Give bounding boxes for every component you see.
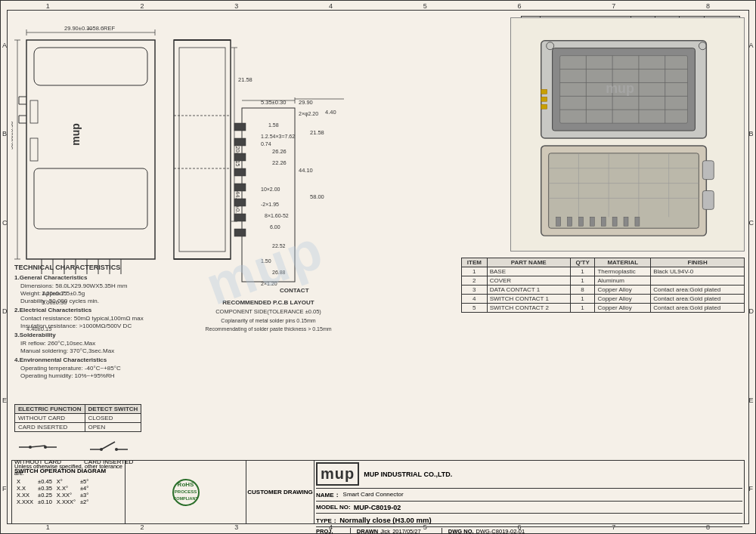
svg-rect-50 xyxy=(234,138,246,146)
side-labels-right: A B C D E F xyxy=(749,1,754,533)
grid-numbers-top: 1 2 3 4 5 6 7 8 xyxy=(1,2,755,10)
bom-row-4: 4 SWITCH CONTACT 1 1 Copper Alloy Contac… xyxy=(462,295,745,304)
main-container: mup 1 2 3 4 5 6 7 8 1 2 3 4 5 6 7 8 A B … xyxy=(0,0,756,534)
type-row: TYPE： Normally close (H3.00 mm) xyxy=(316,514,742,527)
svg-text:5.35±0.30: 5.35±0.30 xyxy=(261,99,286,106)
drawn-row: DRAWN Jick 2017/05/27 xyxy=(357,528,437,534)
svg-rect-32 xyxy=(174,40,231,259)
rohs-badge: RoHSPROCESSCOMPLIANT xyxy=(172,479,200,506)
drawn-checked-approval: DRAWN Jick 2017/05/27 CHECKED Keey 2017/… xyxy=(357,528,442,534)
dwg-sheet-rev: DWG NO. DWG-C8019-02-01 SHEET 1/1 REVISI… xyxy=(448,528,525,534)
svg-point-120 xyxy=(29,446,32,449)
svg-rect-100 xyxy=(556,217,561,226)
section2-header: 2.Electrical Characteristics xyxy=(14,307,249,313)
svg-rect-115 xyxy=(702,161,714,180)
bom-table: ITEM PART NAME Q'TY MATERIAL FINISH 1 BA… xyxy=(461,258,745,313)
svg-text:4.40: 4.40 xyxy=(325,109,336,116)
svg-text:2×1.20: 2×1.20 xyxy=(261,281,277,286)
company-name: MUP INDUSTRIAL CO.,LTD. xyxy=(364,471,452,478)
svg-text:21.58: 21.58 xyxy=(310,129,324,136)
rohs-logo-section: RoHSPROCESSCOMPLIANT xyxy=(125,461,246,523)
svg-text:26.26: 26.26 xyxy=(272,148,287,155)
tolerance-note: Unless otherwise specified, other tolera… xyxy=(14,463,122,477)
side-labels-left: A B C D E F xyxy=(2,1,8,533)
svg-text:22.52: 22.52 xyxy=(272,243,286,248)
svg-rect-49 xyxy=(234,123,246,131)
svg-text:44.10: 44.10 xyxy=(299,167,313,174)
name-label: NAME： xyxy=(316,491,340,499)
drawn-name: Jick xyxy=(380,528,390,534)
svg-rect-104 xyxy=(601,217,606,226)
weight-line: Weight: Approx7.5±0.5g xyxy=(14,290,249,297)
bom-section: ITEM PART NAME Q'TY MATERIAL FINISH 1 BA… xyxy=(461,258,745,313)
tolerance-table: X ±0.45 X° ±5° X.X ±0.35 X.X° ±4° X.XX ±… xyxy=(14,478,91,505)
svg-rect-52 xyxy=(234,168,246,176)
svg-text:1.2.54×3=7.62: 1.2.54×3=7.62 xyxy=(261,134,295,139)
svg-text:26.88: 26.88 xyxy=(272,270,286,275)
svg-point-121 xyxy=(44,446,47,449)
svg-text:1.58: 1.58 xyxy=(268,122,279,128)
bom-row-5: 5 SWITCH CONTACT 2 1 Copper Alloy Contac… xyxy=(462,304,745,313)
svg-text:2×φ2.20: 2×φ2.20 xyxy=(299,111,318,117)
proj-unit-scale: PROJ. UNIT mm SCALE 1/1 xyxy=(316,528,351,534)
proj-row: PROJ. xyxy=(316,528,345,534)
model-no: MUP-C8019-02 xyxy=(354,504,401,511)
dwg-row: DWG NO. DWG-C8019-02-01 xyxy=(448,528,525,534)
part-name-row: NAME： Smart Card Connector xyxy=(316,489,742,502)
durability-line: Durability: 50,000 cycles min. xyxy=(14,298,249,304)
svg-line-123 xyxy=(101,442,115,449)
mup-logo: mup xyxy=(316,462,359,486)
svg-text:6.00: 6.00 xyxy=(270,224,280,230)
svg-rect-55 xyxy=(234,214,246,221)
svg-rect-56 xyxy=(234,229,246,236)
svg-text:0.74: 0.74 xyxy=(261,141,271,147)
svg-rect-33 xyxy=(179,48,225,252)
document-title: Smart Card Connector xyxy=(343,491,404,499)
svg-rect-106 xyxy=(624,217,628,226)
svg-rect-95 xyxy=(541,89,547,94)
svg-rect-54 xyxy=(234,199,246,206)
svg-rect-103 xyxy=(590,217,594,226)
section1-header: 1.General Characteristics xyxy=(14,274,249,281)
op-temp-line: Operating temperature: -40°C~+85°C xyxy=(14,365,249,372)
svg-text:1.50: 1.50 xyxy=(261,258,271,264)
model-label: MODEL NO: xyxy=(316,504,351,511)
svg-rect-51 xyxy=(234,153,246,161)
svg-text:—58.6REF: —58.6REF xyxy=(87,25,116,32)
title-block: Unless otherwise specified, other tolera… xyxy=(11,460,745,524)
drawn-date: 2017/05/27 xyxy=(392,528,421,534)
switch-diagram-open xyxy=(86,438,132,457)
svg-point-126 xyxy=(115,448,118,451)
ir-line: IR reflow: 260°C,10sec.Max xyxy=(14,340,249,347)
tolerance-section: Unless otherwise specified, other tolera… xyxy=(12,461,125,523)
customer-drawing: CUSTOMER DRAWING xyxy=(246,461,314,523)
svg-rect-2 xyxy=(34,168,147,229)
svg-point-125 xyxy=(100,448,103,451)
svg-rect-3 xyxy=(30,100,38,123)
document-type: Normally close (H3.00 mm) xyxy=(339,516,431,524)
svg-text:22.26: 22.26 xyxy=(272,159,287,166)
company-info: mup MUP INDUSTRIAL CO.,LTD. NAME： Smart … xyxy=(314,461,744,523)
svg-rect-1 xyxy=(34,48,147,85)
svg-text:mup: mup xyxy=(606,81,634,96)
dims-line: Dimensions: 58.0LX29.90WX5.35H mm xyxy=(14,282,249,289)
pcb-3d-view: mup xyxy=(510,17,745,252)
svg-text:mup: mup xyxy=(70,123,82,146)
svg-rect-107 xyxy=(635,217,640,226)
bom-row-1: 1 BASE 1 Thermoplastic Black UL94V-0 xyxy=(462,267,745,276)
bom-row-2: 2 COVER 1 Aluminum xyxy=(462,276,745,286)
contact-resistance-line: Contact resistance: 50mΩ typical,100mΩ m… xyxy=(14,315,249,322)
company-logo-row: mup MUP INDUSTRIAL CO.,LTD. xyxy=(316,462,742,489)
info-bottom-row: PROJ. UNIT mm SCALE 1/1 DRAWN J xyxy=(316,528,742,534)
svg-rect-53 xyxy=(234,184,246,191)
bom-row-3: 3 DATA CONTACT 1 8 Copper Alloy Contact … xyxy=(462,286,745,295)
svg-text:8×1.60-52: 8×1.60-52 xyxy=(265,213,289,218)
manual-line: Manual soldering: 370°C,3sec.Max xyxy=(14,347,249,354)
svg-rect-4 xyxy=(30,138,38,161)
svg-text:58.00±0.30: 58.00±0.30 xyxy=(11,122,14,150)
section4-header: 4.Environmental Characteristics xyxy=(14,357,249,363)
svg-text:58.00: 58.00 xyxy=(310,193,324,200)
type-label: TYPE： xyxy=(316,517,338,524)
svg-text:CONTACT: CONTACT xyxy=(280,287,309,294)
svg-rect-0 xyxy=(26,40,155,259)
